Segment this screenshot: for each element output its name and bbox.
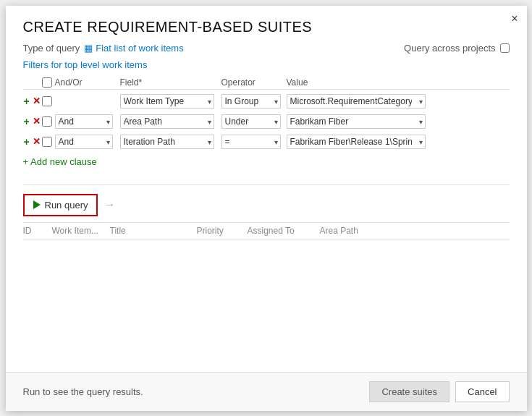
operator-select-wrapper-3: = Under In Group xyxy=(221,135,281,149)
table-row: + ✕ Work Item Type Area Path Iteration P… xyxy=(23,91,510,111)
value-select-1[interactable]: Microsoft.RequirementCategory xyxy=(287,94,426,109)
col-title: Title xyxy=(110,226,197,236)
row-checkbox-2[interactable] xyxy=(42,116,52,127)
value-select-wrapper-2: Fabrikam Fiber xyxy=(287,114,426,129)
value-select-2[interactable]: Fabrikam Fiber xyxy=(287,114,426,129)
row-checkbox-1[interactable] xyxy=(42,96,52,106)
add-clause-btn-3[interactable]: + xyxy=(23,137,30,147)
footer-status: Run to see the query results. xyxy=(23,386,143,397)
query-type-link-text[interactable]: Flat list of work items xyxy=(96,43,183,54)
col-assigned: Assigned To xyxy=(248,226,320,236)
andor-select-wrapper-3: And Or xyxy=(55,135,113,149)
checkbox-col-2 xyxy=(39,116,55,127)
footer-buttons: Create suites Cancel xyxy=(369,381,509,402)
query-type-link[interactable]: ▦ Flat list of work items xyxy=(84,43,183,54)
add-remove-cell-2: + ✕ xyxy=(23,116,39,127)
arrow-right-icon: → xyxy=(104,198,115,211)
field-select-wrapper-2: Area Path Work Item Type Iteration Path xyxy=(120,114,214,129)
query-across-label: Query across projects xyxy=(404,43,495,54)
cancel-button[interactable]: Cancel xyxy=(455,381,509,402)
col-value-header: Value xyxy=(287,77,431,88)
checkbox-col-3 xyxy=(39,137,55,147)
col-priority: Priority xyxy=(197,226,248,236)
row-checkbox-3[interactable] xyxy=(42,137,52,147)
divider-1 xyxy=(23,184,510,185)
play-icon xyxy=(33,200,41,209)
col-areapath: Area Path xyxy=(320,226,392,236)
grid-icon: ▦ xyxy=(84,43,93,54)
dialog-title: CREATE REQUIREMENT-BASED SUITES xyxy=(6,6,527,43)
operator-select-wrapper-2: Under = In Group xyxy=(221,114,281,129)
results-empty xyxy=(23,239,510,297)
dialog-body: Type of query ▦ Flat list of work items … xyxy=(6,43,527,372)
andor-select-3[interactable]: And Or xyxy=(55,135,113,149)
query-across-checkbox[interactable] xyxy=(500,43,510,53)
checkbox-col-1 xyxy=(39,96,55,106)
field-select-wrapper-3: Iteration Path Work Item Type Area Path xyxy=(120,135,214,149)
results-table-header: ID Work Item... Title Priority Assigned … xyxy=(23,222,510,239)
create-requirement-suites-dialog: × CREATE REQUIREMENT-BASED SUITES Type o… xyxy=(6,6,527,411)
field-select-1[interactable]: Work Item Type Area Path Iteration Path xyxy=(120,94,214,109)
operator-select-2[interactable]: Under = In Group xyxy=(221,114,281,129)
query-type-label: Type of query xyxy=(23,43,80,54)
col-checkbox xyxy=(39,77,55,88)
andor-select-wrapper-2: And Or xyxy=(55,114,113,129)
add-remove-cell-3: + ✕ xyxy=(23,137,39,147)
add-clause-btn-1[interactable]: + xyxy=(23,96,30,106)
select-all-checkbox[interactable] xyxy=(42,77,52,88)
field-select-wrapper-1: Work Item Type Area Path Iteration Path xyxy=(120,94,214,109)
run-query-button[interactable]: Run query xyxy=(23,194,98,216)
table-row-2: + ✕ And Or Area Path Work Item Type Iter… xyxy=(23,111,510,132)
add-new-clause-btn[interactable]: + Add new clause xyxy=(23,156,97,167)
col-field-header: Field* xyxy=(120,77,221,88)
field-select-2[interactable]: Area Path Work Item Type Iteration Path xyxy=(120,114,214,129)
value-select-3[interactable]: Fabrikam Fiber\Release 1\Sprint 1 xyxy=(287,135,426,149)
operator-select-wrapper-1: In Group = Under Not In Group xyxy=(221,94,281,109)
value-select-wrapper-1: Microsoft.RequirementCategory xyxy=(287,94,426,109)
operator-select-1[interactable]: In Group = Under Not In Group xyxy=(221,94,281,109)
field-select-3[interactable]: Iteration Path Work Item Type Area Path xyxy=(120,135,214,149)
add-clause-btn-2[interactable]: + xyxy=(23,116,30,127)
add-remove-cell-1: + ✕ xyxy=(23,96,39,106)
dialog-footer: Run to see the query results. Create sui… xyxy=(6,372,527,411)
table-row-3: + ✕ And Or Iteration Path Work Item Type… xyxy=(23,132,510,152)
value-select-wrapper-3: Fabrikam Fiber\Release 1\Sprint 1 xyxy=(287,135,426,149)
col-id: ID xyxy=(23,226,52,236)
filters-label: Filters for top level work items xyxy=(23,59,510,70)
query-type-left: Type of query ▦ Flat list of work items xyxy=(23,43,184,54)
table-header: And/Or Field* Operator Value xyxy=(23,76,510,90)
col-andor-header: And/Or xyxy=(55,77,120,88)
run-query-section: Run query → xyxy=(23,194,510,216)
col-workitem: Work Item... xyxy=(52,226,110,236)
query-type-row: Type of query ▦ Flat list of work items … xyxy=(23,43,510,54)
operator-select-3[interactable]: = Under In Group xyxy=(221,135,281,149)
run-query-label: Run query xyxy=(45,200,88,211)
andor-select-2[interactable]: And Or xyxy=(55,114,113,129)
create-suites-button[interactable]: Create suites xyxy=(369,381,449,402)
close-button[interactable]: × xyxy=(511,13,518,25)
query-across-right: Query across projects xyxy=(404,43,509,54)
col-operator-header: Operator xyxy=(221,77,287,88)
